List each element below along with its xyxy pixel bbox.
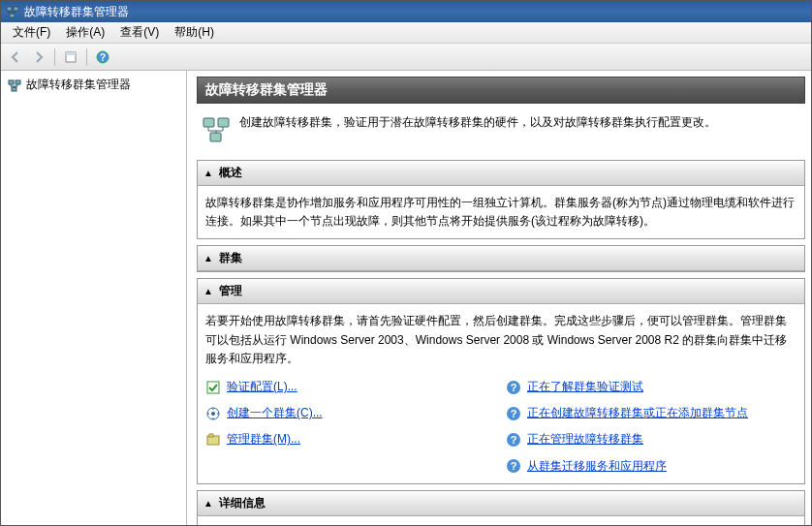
svg-rect-8 xyxy=(16,80,20,84)
help-topic-icon: ? xyxy=(506,406,521,421)
validate-icon xyxy=(205,380,221,395)
svg-rect-13 xyxy=(207,382,219,393)
collapse-arrow-icon: ▲ xyxy=(203,168,213,178)
svg-rect-17 xyxy=(209,434,213,437)
section-manage-desc: 若要开始使用故障转移群集，请首先验证硬件配置，然后创建群集。完成这些步骤后，便可… xyxy=(205,312,796,368)
svg-rect-7 xyxy=(9,80,14,84)
svg-text:?: ? xyxy=(100,52,106,63)
svg-text:?: ? xyxy=(511,382,517,393)
create-cluster-link[interactable]: 创建一个群集(C)... xyxy=(227,404,323,422)
section-details-body: Web 上的故障转移群集主题 Web 上的故障转移群集社区 Web 上的 Mic… xyxy=(198,516,804,525)
manage-cluster-icon xyxy=(205,432,221,448)
tree-root-item[interactable]: 故障转移群集管理器 xyxy=(5,75,182,95)
content-pane[interactable]: 故障转移群集管理器 创建故障转移群集，验证用于潜在故障转移群集的硬件，以及对故障… xyxy=(187,71,811,525)
menu-help[interactable]: 帮助(H) xyxy=(167,22,222,43)
window-title: 故障转移群集管理器 xyxy=(24,4,129,20)
section-clusters: ▲ 群集 xyxy=(197,245,805,272)
tree-root-label: 故障转移群集管理器 xyxy=(26,77,131,93)
svg-text:?: ? xyxy=(511,460,517,472)
toolbar-divider xyxy=(54,48,55,66)
svg-rect-0 xyxy=(7,7,12,11)
page-title: 故障转移群集管理器 xyxy=(205,81,328,97)
nav-forward-button[interactable] xyxy=(28,46,49,68)
svg-rect-11 xyxy=(218,118,229,127)
title-bar: 故障转移群集管理器 xyxy=(1,1,811,22)
section-details: ▲ 详细信息 Web 上的故障转移群集主题 Web 上的故障转移群集社区 xyxy=(197,490,805,525)
section-details-title: 详细信息 xyxy=(219,495,265,511)
help-topic-icon: ? xyxy=(506,380,521,395)
help-button[interactable]: ? xyxy=(92,46,113,68)
svg-rect-4 xyxy=(66,52,76,55)
section-overview-header[interactable]: ▲ 概述 xyxy=(198,161,804,186)
section-manage-body: 若要开始使用故障转移群集，请首先验证硬件配置，然后创建群集。完成这些步骤后，便可… xyxy=(198,304,804,482)
section-clusters-header[interactable]: ▲ 群集 xyxy=(198,246,804,271)
menu-view[interactable]: 查看(V) xyxy=(112,22,167,43)
section-overview-body: 故障转移群集是协作增加服务和应用程序可用性的一组独立计算机。群集服务器(称为节点… xyxy=(198,186,804,238)
section-clusters-title: 群集 xyxy=(219,250,242,266)
manage-cluster-link[interactable]: 管理群集(M)... xyxy=(227,430,300,449)
collapse-arrow-icon: ▲ xyxy=(203,286,213,296)
intro-block: 创建故障转移群集，验证用于潜在故障转移群集的硬件，以及对故障转移群集执行配置更改… xyxy=(197,104,805,160)
learn-validate-link[interactable]: 正在了解群集验证测试 xyxy=(527,378,643,396)
section-details-header[interactable]: ▲ 详细信息 xyxy=(198,491,804,516)
validate-config-link[interactable]: 验证配置(L)... xyxy=(227,378,297,396)
svg-rect-10 xyxy=(203,118,214,127)
svg-text:?: ? xyxy=(511,434,517,446)
section-overview: ▲ 概述 故障转移群集是协作增加服务和应用程序可用性的一组独立计算机。群集服务器… xyxy=(197,160,805,239)
menu-action[interactable]: 操作(A) xyxy=(58,22,112,43)
svg-rect-1 xyxy=(14,7,18,11)
app-icon xyxy=(5,4,20,19)
collapse-arrow-icon: ▲ xyxy=(203,253,213,263)
section-manage: ▲ 管理 若要开始使用故障转移群集，请首先验证硬件配置，然后创建群集。完成这些步… xyxy=(197,278,805,483)
section-overview-title: 概述 xyxy=(219,165,242,181)
menu-file[interactable]: 文件(F) xyxy=(5,22,58,43)
navigation-tree: 故障转移群集管理器 xyxy=(1,71,187,525)
learn-migrate-link[interactable]: 从群集迁移服务和应用程序 xyxy=(527,457,667,476)
svg-point-15 xyxy=(211,412,215,416)
page-header: 故障转移群集管理器 xyxy=(197,77,805,104)
help-topic-icon: ? xyxy=(506,458,521,474)
section-manage-title: 管理 xyxy=(219,283,242,299)
menu-bar: 文件(F) 操作(A) 查看(V) 帮助(H) xyxy=(1,22,811,44)
cluster-manager-icon xyxy=(7,77,22,93)
intro-text: 创建故障转移群集，验证用于潜在故障转移群集的硬件，以及对故障转移群集执行配置更改… xyxy=(239,113,716,132)
svg-text:?: ? xyxy=(511,408,517,419)
collapse-arrow-icon: ▲ xyxy=(203,498,213,509)
section-manage-header[interactable]: ▲ 管理 xyxy=(198,279,804,304)
properties-button[interactable] xyxy=(60,46,81,68)
cluster-large-icon xyxy=(201,113,232,144)
nav-back-button[interactable] xyxy=(5,46,26,68)
learn-manage-link[interactable]: 正在管理故障转移群集 xyxy=(527,430,643,449)
svg-rect-12 xyxy=(210,133,221,141)
learn-create-link[interactable]: 正在创建故障转移群集或正在添加群集节点 xyxy=(527,404,748,422)
toolbar: ? xyxy=(1,44,811,71)
toolbar-divider xyxy=(86,48,87,66)
create-cluster-icon xyxy=(205,406,221,421)
help-topic-icon: ? xyxy=(506,432,521,448)
